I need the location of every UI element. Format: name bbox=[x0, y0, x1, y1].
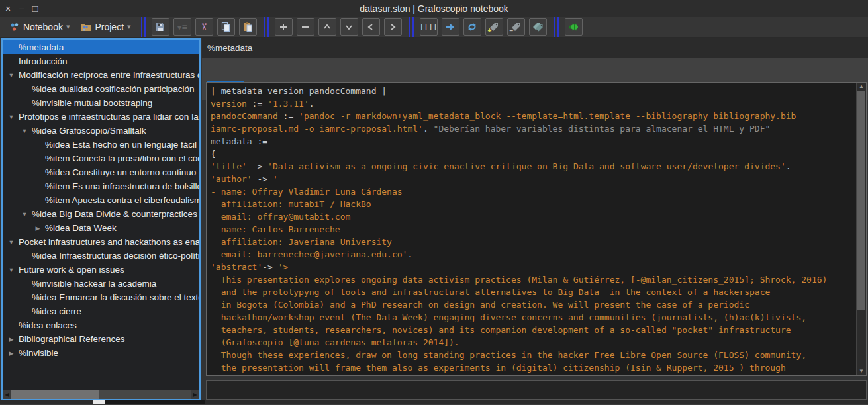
code-line: { bbox=[211, 148, 857, 160]
refresh-button[interactable] bbox=[463, 18, 481, 36]
debug-button[interactable] bbox=[565, 18, 583, 36]
chevron-down-icon[interactable]: ▼ bbox=[20, 211, 29, 218]
code-token: email: offray@mutabit.com bbox=[211, 212, 350, 222]
code-line: version := '1.3.11'. bbox=[211, 97, 857, 110]
move-right-button[interactable] bbox=[384, 18, 402, 36]
dropdown-list-icon: ▾≡ bbox=[177, 22, 187, 32]
code-line: 'author' -> ' bbox=[211, 173, 857, 185]
tree-item-label: %idea Enmarcar la discusión sobre el tex… bbox=[32, 292, 199, 302]
cut-button[interactable]: ✂ bbox=[195, 18, 213, 36]
notebook-menu-button[interactable]: Notebook ▾ bbox=[5, 21, 73, 34]
tree-item[interactable]: ▼Modificación recíproca entre infraestru… bbox=[3, 68, 199, 82]
move-up-button[interactable] bbox=[318, 18, 336, 36]
project-menu-button[interactable]: Project ▾ bbox=[76, 21, 134, 34]
collapsed-bottom-pane[interactable] bbox=[206, 380, 867, 400]
outline-sidebar: %metadataIntroducción▼Modificación recíp… bbox=[1, 38, 201, 400]
go-button[interactable] bbox=[442, 18, 459, 36]
tree-item[interactable]: %idea dualidad cosificación participació… bbox=[3, 82, 199, 96]
scroll-right-icon[interactable]: ▶ bbox=[191, 390, 199, 399]
remove-tag-button[interactable]: − bbox=[507, 18, 525, 36]
scrollbar-thumb[interactable] bbox=[857, 91, 865, 310]
remove-node-button[interactable] bbox=[297, 18, 314, 36]
code-line: Though these experiences, draw on long s… bbox=[211, 349, 857, 361]
code-token: version bbox=[211, 99, 247, 109]
tree-item-label: %idea enlaces bbox=[19, 320, 77, 330]
add-node-button[interactable] bbox=[275, 18, 293, 36]
code-line: email: barrenechec@javeriana.edu.co'. bbox=[211, 248, 857, 261]
code-token: affiliation: Javeriana University bbox=[211, 237, 392, 247]
tree-item[interactable]: %item Es una infraestructura de bolsillo bbox=[3, 179, 199, 193]
code-block-button[interactable]: [[]] bbox=[420, 18, 438, 36]
tags-button[interactable] bbox=[529, 18, 547, 36]
tree-item[interactable]: %idea Enmarcar la discusión sobre el tex… bbox=[3, 291, 199, 304]
chevron-down-icon[interactable]: ▼ bbox=[7, 114, 16, 120]
move-left-button[interactable] bbox=[362, 18, 380, 36]
code-token: | metadata version pandocCommand | bbox=[211, 86, 387, 96]
scrollbar-track[interactable] bbox=[99, 390, 191, 399]
tree-item[interactable]: ▼Prototipos e infraestructuras para lidi… bbox=[3, 110, 199, 124]
scroll-down-icon[interactable]: ▼ bbox=[857, 367, 866, 375]
sidebar-horizontal-scrollbar[interactable]: ◀ ▶ bbox=[3, 390, 199, 399]
chevron-down-icon[interactable]: ▼ bbox=[20, 128, 29, 134]
tree-item-label: %item Apuesta contra el ciberfeudalismo … bbox=[45, 195, 199, 205]
code-vertical-scrollbar[interactable]: ▲ ▼ bbox=[856, 83, 866, 375]
document-tree[interactable]: %metadataIntroducción▼Modificación recíp… bbox=[3, 40, 199, 390]
save-options-button[interactable]: ▾≡ bbox=[173, 18, 191, 36]
code-token: Though these experiences, draw on long s… bbox=[211, 350, 806, 360]
tree-item[interactable]: ▶%idea Data Week bbox=[3, 221, 199, 235]
code-token: -> bbox=[252, 174, 273, 184]
save-button[interactable] bbox=[152, 18, 169, 36]
tree-item[interactable]: Introducción bbox=[3, 54, 199, 68]
chevron-right-icon[interactable]: ▶ bbox=[33, 225, 42, 232]
code-token: (Grafoscopio [@luna_cardenas_metaforas_2… bbox=[211, 338, 459, 347]
project-menu-label: Project bbox=[95, 22, 124, 32]
tree-item[interactable]: ▼%idea Grafoscopio/Smalltalk bbox=[3, 124, 199, 138]
tree-item[interactable]: %idea enlaces bbox=[3, 318, 199, 332]
tree-item[interactable]: %invisible hackear la academia bbox=[3, 277, 199, 291]
code-token: affiliation: mutabiT / HackBo bbox=[211, 199, 371, 209]
arrow-right-icon bbox=[445, 22, 456, 32]
chevron-down-icon[interactable]: ▼ bbox=[7, 239, 16, 246]
tree-item[interactable]: %idea Infraestructuras decisión ético-po… bbox=[3, 249, 199, 263]
tree-item[interactable]: %item Conecta la prosa/libro con el códi… bbox=[3, 152, 199, 165]
tree-item[interactable]: %item Apuesta contra el ciberfeudalismo … bbox=[3, 193, 199, 207]
tree-item-label: Modificación recíproca entre infraestruc… bbox=[19, 70, 199, 80]
code-line: (Grafoscopio [@luna_cardenas_metaforas_2… bbox=[211, 336, 857, 349]
scrollbar-thumb[interactable] bbox=[11, 390, 99, 399]
tree-item[interactable]: %idea cierre bbox=[3, 304, 199, 318]
code-editor-content[interactable]: | metadata version pandocCommand |versio… bbox=[207, 83, 857, 375]
tree-item-label: Bibliographical References bbox=[19, 334, 125, 344]
chevron-right-icon[interactable]: ▶ bbox=[7, 350, 16, 357]
scroll-up-icon[interactable]: ▲ bbox=[857, 83, 866, 91]
title-bar: × − □ datasur.ston | Grafoscopio noteboo… bbox=[0, 0, 868, 17]
code-line: This presentation explores ongoing data … bbox=[211, 273, 857, 286]
tree-item[interactable]: ▼Pocket infrastructures and hackathons a… bbox=[3, 235, 199, 249]
paste-button[interactable] bbox=[239, 18, 257, 36]
tree-item[interactable]: ▶%invisible bbox=[3, 346, 199, 360]
tree-item[interactable]: %idea Constituye un entorno continuo de … bbox=[3, 165, 199, 179]
code-token: -> bbox=[247, 161, 267, 171]
tree-item[interactable]: %metadata bbox=[3, 40, 199, 54]
code-token: - name: Offray Vladimir Luna Cárdenas bbox=[211, 187, 403, 197]
tree-item[interactable]: ▼Future work & open issues bbox=[3, 263, 199, 277]
code-line: metadata := bbox=[211, 135, 857, 148]
node-title-field[interactable]: %metadata bbox=[202, 38, 868, 58]
tree-item[interactable]: ▼%idea Big Data Divide & counterpractice… bbox=[3, 207, 199, 221]
scroll-left-icon[interactable]: ◀ bbox=[3, 390, 11, 399]
tree-item[interactable]: %idea Esta hecho en un lenguaje fácil pa… bbox=[3, 138, 199, 152]
add-tag-button[interactable]: + bbox=[485, 18, 503, 36]
chevron-right-icon[interactable]: ▶ bbox=[7, 336, 16, 343]
code-token: and the prototypyng of tools and infrast… bbox=[211, 287, 770, 297]
tree-item[interactable]: %invisible mutual bootstraping bbox=[3, 96, 199, 110]
save-icon bbox=[155, 22, 166, 32]
tree-item[interactable]: ▶Bibliographical References bbox=[3, 332, 199, 346]
code-token: 'author' bbox=[211, 174, 252, 184]
code-editor[interactable]: | metadata version pandocCommand |versio… bbox=[206, 82, 867, 376]
copy-button[interactable] bbox=[217, 18, 235, 36]
tree-item-label: %idea Constituye un entorno continuo de … bbox=[45, 167, 199, 177]
move-down-button[interactable] bbox=[340, 18, 358, 36]
chevron-down-icon[interactable]: ▼ bbox=[7, 72, 16, 79]
toolbar-separator bbox=[264, 17, 269, 37]
tree-item-label: %metadata bbox=[19, 42, 64, 52]
chevron-down-icon[interactable]: ▼ bbox=[7, 267, 16, 273]
